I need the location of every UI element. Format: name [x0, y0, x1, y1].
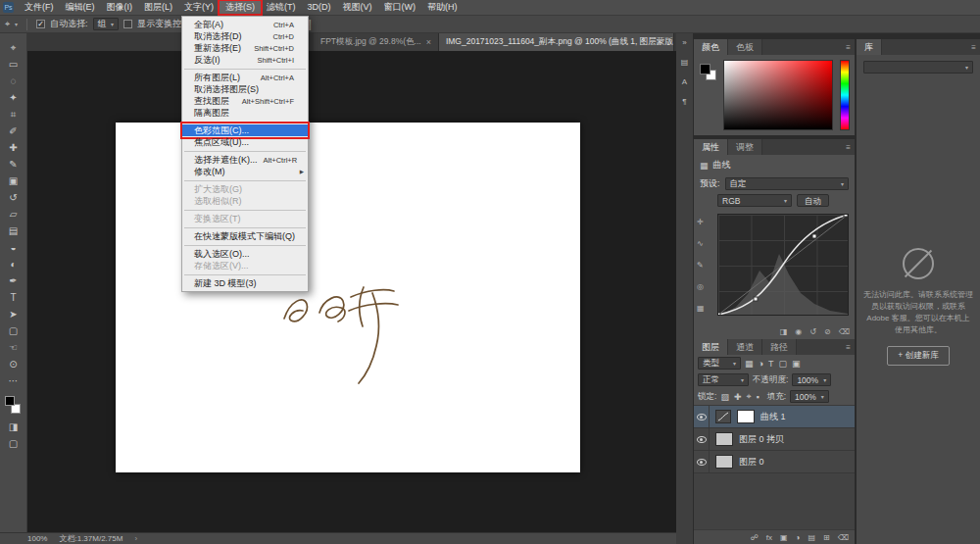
healing-brush-tool[interactable]: ✚ — [0, 139, 27, 156]
panel-tab[interactable]: 库 — [857, 39, 882, 55]
menubar-item[interactable]: 窗口(W) — [378, 0, 422, 16]
curve-point[interactable] — [718, 313, 720, 315]
blur-tool[interactable]: ◒ — [0, 239, 27, 256]
layer-row[interactable]: 图层 0 拷贝 — [694, 428, 855, 451]
quick-selection-tool[interactable]: ✦ — [0, 89, 27, 106]
new-group-icon[interactable]: ▤ — [808, 533, 815, 542]
clone-stamp-tool[interactable]: ▣ — [0, 173, 27, 189]
link-layers-icon[interactable]: ☍ — [751, 533, 759, 542]
menubar-item[interactable]: 帮助(H) — [421, 0, 464, 16]
screen-mode-icon[interactable]: ▢ — [0, 435, 27, 452]
curve-point[interactable] — [754, 297, 758, 301]
select-menu-item[interactable]: 在快速蒙版模式下编辑(Q) — [182, 230, 308, 242]
document-tab[interactable]: IMG_20171023_111604_副本.png @ 100% (曲线 1,… — [439, 33, 674, 51]
blend-mode-dropdown[interactable]: 正常 ▾ — [698, 373, 749, 386]
visibility-icon[interactable]: ◉ — [795, 327, 802, 336]
panel-tab[interactable]: 图层 — [694, 339, 728, 355]
zoom-tool[interactable]: ⊙ — [0, 356, 27, 372]
lock-transparency-icon[interactable]: ▨ — [720, 392, 729, 402]
lasso-tool[interactable]: ◌ — [0, 73, 27, 89]
auto-select-target-dropdown[interactable]: 组 ▾ — [93, 18, 120, 30]
menubar-item[interactable]: 滤镜(T) — [261, 0, 302, 16]
panel-tab[interactable]: 颜色 — [694, 39, 728, 55]
select-menu-item[interactable]: 隔离图层 — [182, 107, 308, 119]
fill-dropdown[interactable]: 100% ▾ — [790, 390, 829, 403]
curve-point[interactable] — [812, 234, 816, 238]
clip-to-layer-icon[interactable]: ◨ — [780, 327, 788, 336]
menubar-item[interactable]: 选择(S) — [220, 0, 261, 16]
show-transform-checkbox[interactable] — [123, 20, 132, 28]
filter-adjustment-layers-icon[interactable]: ◑ — [759, 359, 763, 369]
select-menu-item[interactable]: 存储选区(V)... — [182, 260, 308, 272]
character-panel-icon[interactable]: A — [682, 77, 687, 86]
layer-effects-icon[interactable]: fx — [766, 533, 772, 542]
new-layer-icon[interactable]: ⊞ — [823, 533, 830, 542]
previous-state-icon[interactable]: ⊘ — [824, 327, 831, 336]
foreground-color-chip[interactable] — [700, 64, 710, 74]
new-adjustment-layer-icon[interactable]: ◑ — [796, 533, 801, 542]
document-tab[interactable]: FPT模板.jpg @ 29.8%(色... × — [314, 33, 439, 51]
panel-menu-icon[interactable]: ≡ — [846, 143, 851, 152]
type-tool[interactable]: T — [0, 289, 27, 306]
panel-tab[interactable]: 色板 — [728, 39, 762, 55]
curves-graph[interactable] — [717, 214, 849, 316]
lock-position-icon[interactable]: ⌖ — [746, 391, 751, 402]
channel-dropdown[interactable]: RGB ▾ — [717, 194, 792, 207]
select-menu-item[interactable]: 选择并遮住(K)... Alt+Ctrl+R — [182, 154, 308, 166]
menubar-item[interactable]: 文字(Y) — [178, 0, 220, 16]
panel-menu-icon[interactable]: ≡ — [971, 43, 976, 52]
saturation-brightness-field[interactable] — [723, 60, 833, 130]
preset-dropdown[interactable]: 自定 ▾ — [725, 177, 849, 190]
filter-shape-layers-icon[interactable]: ▢ — [778, 359, 787, 369]
panel-menu-icon[interactable]: ≡ — [846, 43, 851, 52]
panel-tab[interactable]: 调整 — [728, 139, 762, 155]
select-menu-item[interactable]: 焦点区域(U)... — [182, 136, 308, 148]
status-expand-icon[interactable]: › — [134, 534, 137, 543]
move-tool[interactable]: ⌖ — [0, 39, 27, 56]
select-menu-item[interactable]: 反选(I) Shift+Ctrl+I — [182, 54, 308, 66]
shape-tool[interactable]: ▢ — [0, 322, 27, 339]
select-menu-item[interactable]: 取消选择(D) Ctrl+D — [182, 30, 308, 42]
opacity-dropdown[interactable]: 100% ▾ — [792, 373, 831, 386]
marquee-tool[interactable]: ▭ — [0, 56, 27, 73]
eyedropper-tool[interactable]: ✐ — [0, 123, 27, 139]
eraser-tool[interactable]: ▱ — [0, 206, 27, 223]
select-menu-item[interactable]: 全部(A) Ctrl+A — [182, 19, 308, 30]
layer-visibility-toggle[interactable] — [694, 406, 710, 427]
dodge-tool[interactable]: ◐ — [0, 256, 27, 272]
paragraph-panel-icon[interactable]: ¶ — [682, 97, 686, 106]
hue-slider[interactable] — [840, 60, 850, 130]
filter-type-layers-icon[interactable]: T — [768, 359, 774, 369]
foreground-color-swatch[interactable] — [5, 396, 15, 406]
layer-visibility-toggle[interactable] — [694, 451, 710, 472]
history-panel-icon[interactable]: ▤ — [681, 58, 689, 67]
canvas-area[interactable] — [27, 51, 676, 532]
layer-filter-dropdown[interactable]: 类型 ▾ — [698, 357, 741, 370]
smooth-curve-icon[interactable]: ◎ — [697, 282, 705, 291]
layer-row[interactable]: 图层 0 — [694, 451, 855, 473]
draw-curve-icon[interactable]: ✎ — [697, 261, 705, 270]
select-menu-item[interactable]: 新建 3D 模型(3) — [182, 277, 308, 289]
menubar-item[interactable]: 图像(I) — [101, 0, 139, 16]
edit-points-icon[interactable]: ∿ — [697, 239, 705, 248]
select-menu-item[interactable]: 查找图层 Alt+Shift+Ctrl+F — [182, 95, 308, 107]
menubar-item[interactable]: 文件(F) — [19, 0, 60, 16]
menubar-item[interactable]: 视图(V) — [337, 0, 378, 16]
menubar-item[interactable]: 编辑(E) — [60, 0, 101, 16]
menubar-item[interactable]: 图层(L) — [138, 0, 178, 16]
pen-tool[interactable]: ✒ — [0, 272, 27, 289]
select-menu-item[interactable]: 色彩范围(C)... — [182, 124, 308, 136]
select-menu-item[interactable]: 扩大选取(G) — [182, 183, 308, 195]
zoom-level[interactable]: 100% — [27, 534, 47, 543]
select-menu-item[interactable]: 修改(M) — [182, 166, 308, 177]
history-brush-tool[interactable]: ↺ — [0, 189, 27, 206]
filter-smart-objects-icon[interactable]: ▣ — [792, 359, 801, 369]
gradient-tool[interactable]: ▤ — [0, 223, 27, 239]
layer-visibility-toggle[interactable] — [694, 428, 710, 450]
delete-adjustment-icon[interactable]: ⌫ — [839, 327, 850, 336]
crop-tool[interactable]: ⌗ — [0, 106, 27, 123]
library-select-dropdown[interactable]: ▾ — [863, 61, 973, 74]
select-menu-item[interactable]: 选取相似(R) — [182, 195, 308, 207]
auto-button[interactable]: 自动 — [797, 194, 829, 207]
tool-preset-caret-icon[interactable]: ▾ — [15, 21, 18, 27]
